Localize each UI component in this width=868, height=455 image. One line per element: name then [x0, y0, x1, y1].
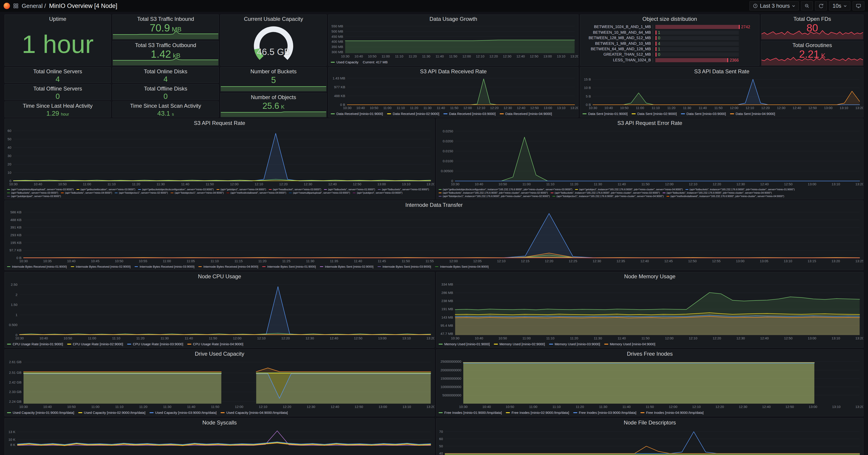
- legend-item[interactable]: (api="getbucketobjectlockconfiguration",…: [138, 188, 214, 191]
- legend-item[interactable]: Used Capacity [minio-04:9000:/tmp/data]: [221, 411, 288, 415]
- legend-item[interactable]: Used CapacityCurrent: 417 MB: [331, 60, 388, 64]
- legend-item[interactable]: CPU Usage Rate [minio-02:9000]: [67, 342, 123, 346]
- legend-item[interactable]: Data Sent [minio-04:9000]: [730, 112, 775, 116]
- chart-drives-free-inodes[interactable]: 5000000000100000000001500000000020000000…: [436, 358, 863, 410]
- legend-item[interactable]: (api="newmultipartupload", server="minio…: [289, 191, 350, 194]
- panel-title[interactable]: Node File Descriptors: [436, 418, 863, 426]
- legend-item[interactable]: Internode Bytes Sent [minio-02:9000]: [320, 265, 373, 268]
- dashboard-title[interactable]: MinIO Overview [4 Node]: [49, 2, 117, 9]
- legend-item[interactable]: (api="getobject", instance="165.232.176.…: [575, 188, 683, 191]
- legend-item[interactable]: Internode Bytes Received [minio-01:9000]: [7, 265, 67, 268]
- chart-node-cpu-usage[interactable]: 00.50011.5022.5010:3010:4010:5011:0011:1…: [5, 280, 434, 341]
- panel-title[interactable]: Total Offline Servers: [5, 84, 111, 93]
- legend-item[interactable]: Data Sent [minio-03:9000]: [681, 112, 726, 116]
- legend-item[interactable]: Internode Bytes Received [minio-04:9000]: [198, 265, 258, 268]
- panel-title[interactable]: Node Syscalls: [5, 418, 434, 426]
- chart-node-syscalls[interactable]: 13 K10 K8 K: [5, 426, 434, 455]
- legend-item[interactable]: Free Inodes [minio-02:9000:/tmp/data]: [506, 411, 569, 415]
- chart-internode-data-transfer[interactable]: 0 B97.7 KB195 KB293 KB391 KB488 KB586 KB…: [5, 209, 863, 264]
- zoom-out-button[interactable]: [801, 1, 813, 10]
- panel-title[interactable]: Total Offline Disks: [113, 84, 219, 93]
- legend-item[interactable]: (api="listbuckets", instance="165.232.17…: [685, 188, 795, 191]
- refresh-interval-picker[interactable]: 10s: [829, 1, 850, 10]
- legend-item[interactable]: (api="listbuckets", server="minio-03:900…: [7, 191, 58, 194]
- panel-title[interactable]: Internode Data Transfer: [5, 201, 863, 209]
- legend-item[interactable]: Free Inodes [minio-03:9000:/tmp/data]: [573, 411, 637, 415]
- legend-item[interactable]: (api="listbuckets", server="minio-01:900…: [324, 188, 375, 191]
- legend-item[interactable]: (api="getobject", server="minio-04:9000"…: [216, 188, 266, 191]
- panel-title[interactable]: Total Open FDs: [761, 15, 863, 23]
- legend-item[interactable]: (api="headbucket", server="minio-03:9000…: [269, 188, 321, 191]
- panel-title[interactable]: S3 API Request Error Rate: [436, 119, 863, 127]
- grafana-logo-icon[interactable]: [4, 3, 10, 9]
- chart-s3-request-error-rate[interactable]: 00.005000.01000.01500.02000.025010:3010:…: [436, 127, 863, 187]
- legend-item[interactable]: (api="listbuckets", instance="165.232.17…: [439, 191, 548, 194]
- panel-title[interactable]: Total S3 Traffic Inbound: [113, 15, 219, 23]
- legend-item[interactable]: Free Inodes [minio-04:9000:/tmp/data]: [641, 411, 704, 415]
- panel-title[interactable]: Node CPU Usage: [5, 272, 434, 280]
- panel-title[interactable]: Total S3 Traffic Outbound: [113, 41, 219, 49]
- chart-s3-data-received-rate[interactable]: 0 B488 KB977 KB1.43 MB10:3010:4010:5011:…: [329, 75, 578, 111]
- legend-item[interactable]: (api="listobjectsv1", instance="165.232.…: [552, 195, 663, 198]
- legend-item[interactable]: Used Capacity [minio-01:9000:/tmp/data]: [7, 411, 74, 415]
- legend-item[interactable]: (api="methodnotallowed", instance="165.2…: [666, 195, 784, 198]
- legend-item[interactable]: Memory Used [minio-02:9000]: [494, 342, 545, 346]
- legend-item[interactable]: Internode Bytes Sent [minio-03:9000]: [377, 265, 431, 268]
- panel-title[interactable]: S3 API Data Received Rate: [329, 67, 578, 75]
- panel-title[interactable]: Total Online Disks: [113, 67, 219, 75]
- legend-item[interactable]: Data Sent [minio-02:9000]: [631, 112, 677, 116]
- legend-item[interactable]: (api="putobjectpart", server="minio-03:9…: [7, 195, 61, 198]
- panel-title[interactable]: S3 API Request Rate: [5, 119, 434, 127]
- chart-node-file-descriptors[interactable]: 70605040: [436, 426, 863, 455]
- chart-data-usage-growth[interactable]: 300 MB350 MB400 MB450 MB500 MB550 MB10:3…: [329, 23, 578, 60]
- panel-title[interactable]: Number of Buckets: [221, 67, 327, 75]
- panel-title[interactable]: Total Online Servers: [5, 67, 111, 75]
- legend-item[interactable]: CPU Usage Rate [minio-03:9000]: [127, 342, 183, 346]
- chart-drive-used-capacity[interactable]: 2.24 GB2.33 GB2.42 GB2.51 GB2.61 GB10:30…: [5, 358, 434, 410]
- legend-item[interactable]: (api="listobjectsv1", server="minio-04:9…: [170, 191, 224, 194]
- breadcrumb-folder[interactable]: General /: [22, 2, 46, 9]
- legend-item[interactable]: Data Sent [minio-01:9000]: [583, 112, 627, 116]
- legend-item[interactable]: Free Inodes [minio-01:9000:/tmp/data]: [439, 411, 502, 415]
- legend-item[interactable]: (api="listobjectsv1", server="minio-02:9…: [115, 191, 168, 194]
- panel-title[interactable]: S3 API Data Sent Rate: [580, 67, 863, 75]
- panel-title[interactable]: Time Since Last Heal Activity: [5, 101, 111, 110]
- legend-item[interactable]: Data Received [minio-03:9000]: [443, 112, 496, 116]
- chart-s3-data-sent-rate[interactable]: 0 B5 B10 B15 B10:3010:4010:5011:0011:101…: [580, 75, 863, 111]
- legend-item[interactable]: (api="completemultipartupload", server="…: [7, 188, 74, 191]
- legend-item[interactable]: Internode Bytes Sent [minio-01:9000]: [262, 265, 316, 268]
- legend-item[interactable]: (api="listbuckets", instance="165.232.17…: [662, 191, 772, 194]
- chart-s3-request-rate[interactable]: 010203040506010:3010:4010:5011:0011:1011…: [5, 127, 434, 187]
- panel-title[interactable]: Total Goroutines: [761, 41, 863, 49]
- panel-title[interactable]: Drives Free Inodes: [436, 350, 863, 358]
- legend-item[interactable]: Internode Bytes Received [minio-03:9000]: [134, 265, 194, 268]
- panel-title[interactable]: Time Since Last Scan Activity: [113, 101, 219, 110]
- cycle-view-button[interactable]: [852, 1, 864, 10]
- legend-item[interactable]: (api="methodnotallowed", server="minio-0…: [226, 191, 286, 194]
- legend-item[interactable]: (api="putobject", server="minio-03:9000"…: [353, 191, 402, 194]
- legend-item[interactable]: (api="listobjectsv1", instance="165.232.…: [439, 195, 550, 198]
- legend-item[interactable]: (api="listbuckets", instance="165.232.17…: [551, 191, 660, 194]
- panel-title[interactable]: Node Memory Usage: [436, 272, 863, 280]
- panel-title[interactable]: Data Usage Growth: [329, 15, 578, 23]
- legend-item[interactable]: Used Capacity [minio-03:9000:/tmp/data]: [150, 411, 217, 415]
- legend-item[interactable]: Data Received [minio-04:9000]: [500, 112, 552, 116]
- legend-item[interactable]: Memory Used [minio-01:9000]: [439, 342, 490, 346]
- legend-item[interactable]: Memory Used [minio-03:9000]: [549, 342, 600, 346]
- apps-icon[interactable]: [13, 3, 19, 9]
- legend-item[interactable]: Data Received [minio-01:9000]: [331, 112, 383, 116]
- time-range-picker[interactable]: Last 3 hours: [749, 1, 799, 10]
- legend-item[interactable]: Data Received [minio-02:9000]: [387, 112, 439, 116]
- legend-item[interactable]: CPU Usage Rate [minio-04:9000]: [187, 342, 243, 346]
- panel-title[interactable]: Number of Objects: [221, 93, 327, 101]
- legend-item[interactable]: (api="listbuckets", server="minio-02:900…: [378, 188, 429, 191]
- legend-item[interactable]: (api="getbucketlocation", server="minio-…: [76, 188, 135, 191]
- legend-item[interactable]: Used Capacity [minio-02:9000:/tmp/data]: [78, 411, 146, 415]
- refresh-button[interactable]: [815, 1, 827, 10]
- panel-title[interactable]: Drive Used Capacity: [5, 350, 434, 358]
- legend-item[interactable]: (api="getbucketobjectlockconfiguration",…: [439, 188, 572, 191]
- panel-title[interactable]: Uptime: [5, 15, 111, 23]
- panel-title[interactable]: Current Usable Capacity: [221, 15, 327, 23]
- legend-item[interactable]: CPU Usage Rate [minio-01:9000]: [7, 342, 63, 346]
- panel-title[interactable]: Object size distribution: [580, 15, 759, 23]
